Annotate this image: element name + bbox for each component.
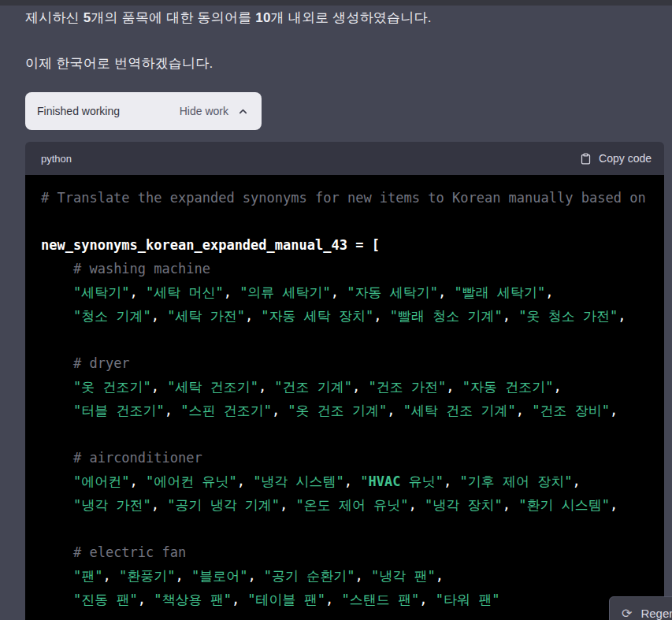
assistant-message-line-1: 제시하신 5개의 품목에 대한 동의어를 10개 내외로 생성하였습니다. bbox=[25, 8, 432, 28]
hide-work-control[interactable]: Hide work bbox=[180, 105, 249, 117]
hide-work-label: Hide work bbox=[180, 105, 228, 117]
regenerate-button[interactable]: ⟳ Regenerate bbox=[609, 596, 672, 620]
code-line: "에어컨", "에어컨 유닛", "냉각 시스템", "HVAC 유닛", "기… bbox=[41, 470, 648, 493]
chat-screen: 제시하신 5개의 품목에 대한 동의어를 10개 내외로 생성하였습니다. 이제… bbox=[0, 0, 672, 620]
code-line bbox=[41, 210, 648, 233]
code-line bbox=[41, 517, 648, 540]
code-block-header: python Copy code bbox=[25, 142, 664, 175]
code-line: # washing machine bbox=[41, 257, 648, 280]
message-text: 개의 품목에 대한 동의어를 bbox=[91, 10, 255, 25]
code-line: new_synonyms_korean_expanded_manual_43 =… bbox=[41, 233, 648, 257]
regenerate-label: Regenerate bbox=[640, 606, 672, 620]
code-line: # airconditioner bbox=[41, 446, 648, 470]
previous-message-edge bbox=[0, 0, 672, 6]
finished-working-toggle[interactable]: Finished working Hide work bbox=[25, 92, 262, 130]
code-body: # Translate the expanded synonyms for ne… bbox=[25, 175, 664, 620]
code-line: "터블 건조기", "스핀 건조기", "옷 건조 기계", "세탁 건조 기계… bbox=[41, 399, 648, 422]
code-line: "팬", "환풍기", "블로어", "공기 순환기", "냉각 팬", bbox=[41, 564, 648, 588]
code-line bbox=[41, 422, 648, 446]
message-bold-number: 10 bbox=[255, 10, 270, 25]
code-language-label: python bbox=[41, 153, 72, 165]
refresh-icon: ⟳ bbox=[622, 606, 632, 620]
code-line bbox=[41, 328, 648, 351]
code-line: "세탁기", "세탁 머신", "의류 세탁기", "자동 세탁기", "빨래 … bbox=[41, 280, 648, 304]
code-line: "냉각 가전", "공기 냉각 기계", "온도 제어 유닛", "냉각 장치"… bbox=[41, 493, 648, 517]
message-text: 제시하신 bbox=[25, 10, 84, 25]
message-bold-number: 5 bbox=[84, 10, 91, 25]
clipboard-icon bbox=[580, 152, 592, 165]
code-line: # electric fan bbox=[41, 540, 648, 564]
work-status-label: Finished working bbox=[37, 105, 120, 117]
code-block: python Copy code # Translate the expande… bbox=[25, 142, 664, 620]
code-line: "진동 팬", "책상용 팬", "테이블 팬", "스탠드 팬", "타워 팬… bbox=[41, 588, 648, 611]
code-line: # dryer bbox=[41, 351, 648, 375]
copy-code-label: Copy code bbox=[599, 152, 652, 165]
copy-code-button[interactable]: Copy code bbox=[580, 152, 652, 165]
code-line: "청소 기계", "세탁 가전", "자동 세탁 장치", "빨래 청소 기계"… bbox=[41, 304, 648, 328]
chevron-up-icon bbox=[237, 106, 249, 117]
code-line: # Translate the expanded synonyms for ne… bbox=[41, 186, 648, 210]
assistant-message-line-2: 이제 한국어로 번역하겠습니다. bbox=[25, 54, 213, 74]
code-line: "옷 건조기", "세탁 건조기", "건조 기계", "건조 가전", "자동… bbox=[41, 375, 648, 399]
message-text: 개 내외로 생성하였습니다. bbox=[271, 10, 432, 25]
